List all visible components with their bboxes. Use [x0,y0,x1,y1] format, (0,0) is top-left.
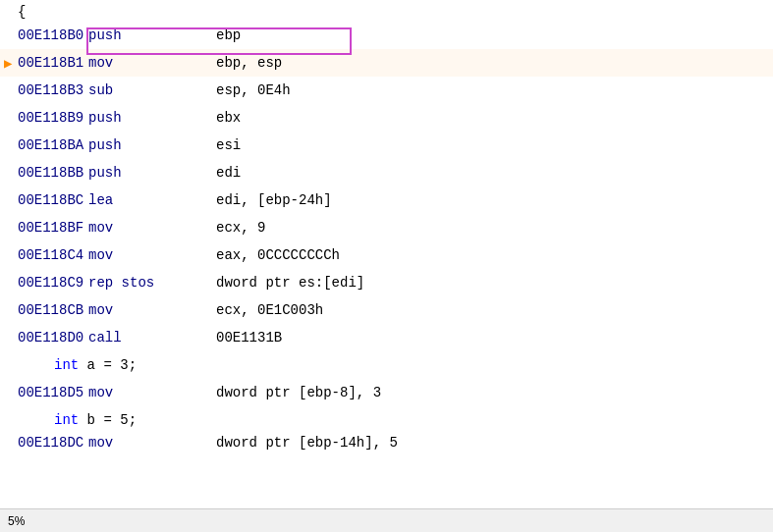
current-line-arrow: ▶ [4,55,12,72]
mnemonic-cell: call [88,330,216,346]
table-row[interactable]: 00E118BC lea edi, [ebp-24h] [0,186,773,214]
table-row[interactable]: 00E118BB push edi [0,159,773,186]
operand-cell: dword ptr [ebp-14h], 5 [216,435,773,451]
mnemonic-cell: mov [88,247,216,263]
keyword-int2: int [54,412,79,428]
operand-cell: ebp, esp [216,55,773,71]
address-cell: 00E118BC [0,192,88,208]
address-cell: 00E118B3 [0,82,88,98]
operand-cell: ecx, 9 [216,220,773,236]
operand-cell: ebp [216,27,773,43]
source-line: int b = 5; [0,406,773,434]
address-cell: 00E118D0 [0,330,88,346]
table-row[interactable]: 00E118BA push esi [0,132,773,159]
mnemonic-cell: push [88,110,216,126]
address-cell: 00E118BB [0,165,88,181]
mnemonic-cell: mov [88,302,216,318]
address-cell: 00E118BA [0,137,88,153]
operand-cell: esi [216,137,773,153]
table-row[interactable]: 00E118BF mov ecx, 9 [0,214,773,241]
zoom-level: 5% [8,514,25,528]
table-row[interactable]: 00E118CB mov ecx, 0E1C003h [0,296,773,324]
operand-cell: ebx [216,110,773,126]
address-cell: 00E118DC [0,435,88,451]
operand-cell: edi, [ebp-24h] [216,192,773,208]
operand-cell: edi [216,165,773,181]
operand-cell: ecx, 0E1C003h [216,302,773,318]
status-bar: 5% [0,508,773,532]
mnemonic-cell: push [88,165,216,181]
table-row[interactable]: 00E118C9 rep stos dword ptr es:[edi] [0,269,773,296]
address-cell: 00E118C9 [0,275,88,291]
source-text: int a = 3; [54,357,137,373]
operand-cell: eax, 0CCCCCCCCh [216,247,773,263]
address-cell: 00E118B9 [0,110,88,126]
address-cell: 00E118B1 [0,55,88,71]
table-row[interactable]: 00E118DC mov dword ptr [ebp-14h], 5 [0,434,773,452]
address-cell: 00E118BF [0,220,88,236]
disassembly-view: { 00E118B0 push ebp ▶ 00E118B1 mov ebp, … [0,0,773,532]
mnemonic-cell: mov [88,55,216,71]
source-rest: a = 3; [79,357,137,373]
source-rest2: b = 5; [79,412,137,428]
source-line: int a = 3; [0,351,773,379]
address-cell: 00E118D5 [0,385,88,400]
address-cell: 00E118B0 [0,27,88,43]
table-row[interactable]: 00E118B3 sub esp, 0E4h [0,77,773,104]
mnemonic-cell: mov [88,435,216,451]
mnemonic-cell: push [88,27,216,43]
table-row[interactable]: 00E118B0 push ebp [0,22,773,49]
address-cell: 00E118CB [0,302,88,318]
operand-cell: 00E1131B [216,330,773,346]
mnemonic-cell: push [88,137,216,153]
source-text: int b = 5; [54,412,137,428]
keyword-int: int [54,357,79,373]
table-row[interactable]: 00E118D5 mov dword ptr [ebp-8], 3 [0,379,773,406]
address-cell: 00E118C4 [0,247,88,263]
opening-brace: { [0,0,773,22]
operand-cell: dword ptr es:[edi] [216,275,773,291]
table-row[interactable]: 00E118B9 push ebx [0,104,773,132]
operand-cell: esp, 0E4h [216,82,773,98]
operand-cell: dword ptr [ebp-8], 3 [216,385,773,400]
table-row[interactable]: 00E118C4 mov eax, 0CCCCCCCCh [0,241,773,269]
table-row[interactable]: ▶ 00E118B1 mov ebp, esp [0,49,773,77]
table-row[interactable]: 00E118D0 call 00E1131B [0,324,773,351]
mnemonic-cell: mov [88,220,216,236]
mnemonic-cell: rep stos [88,275,216,291]
mnemonic-cell: mov [88,385,216,400]
mnemonic-cell: sub [88,82,216,98]
mnemonic-cell: lea [88,192,216,208]
